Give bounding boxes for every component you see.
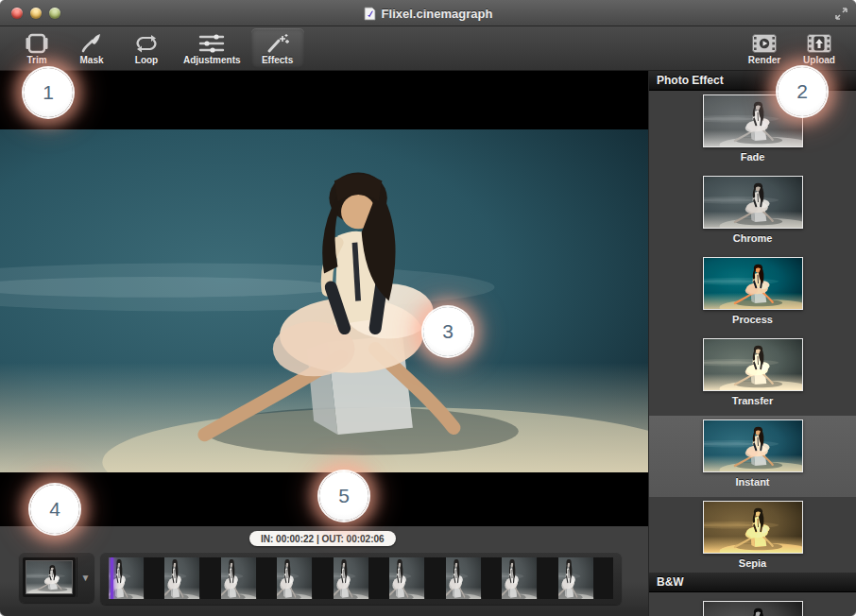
effect-bw-partial[interactable]: [649, 592, 856, 616]
filmstrip-frame: [277, 557, 332, 599]
effect-process-label: Process: [732, 314, 773, 325]
tool-trim-label: Trim: [26, 55, 46, 65]
tool-loop[interactable]: Loop: [120, 28, 173, 68]
timeline-strip[interactable]: [100, 552, 622, 605]
callout-5: 5: [319, 471, 368, 521]
playhead[interactable]: [111, 557, 113, 599]
callout-4: 4: [30, 485, 79, 534]
effects-sidebar: Photo Effect Fade Chrome Process Transfe…: [648, 71, 856, 616]
upload-film-icon: [807, 32, 831, 54]
timeline-panel: IN: 00:00:22 | OUT: 00:02:06 ▼: [0, 526, 648, 616]
render-button[interactable]: Render: [738, 28, 791, 68]
tool-mask-label: Mask: [79, 55, 103, 65]
chevron-down-icon[interactable]: ▼: [77, 557, 94, 597]
upload-button[interactable]: Upload: [793, 28, 846, 68]
trim-icon: [25, 32, 49, 54]
document-icon: [364, 7, 376, 21]
window-title: Flixel.cinemagraph: [382, 7, 493, 21]
filmstrip-frame: [446, 557, 501, 599]
effect-chrome[interactable]: Chrome: [649, 172, 856, 253]
render-label: Render: [748, 55, 780, 65]
callout-2: 2: [778, 67, 827, 116]
title-bar: Flixel.cinemagraph: [0, 0, 856, 26]
tool-mask[interactable]: Mask: [65, 28, 118, 68]
effect-transfer[interactable]: Transfer: [649, 334, 856, 416]
tool-loop-label: Loop: [135, 55, 158, 65]
effect-process-thumbnail: [703, 257, 803, 310]
main-photo[interactable]: [0, 129, 648, 472]
filmstrip-frame: [502, 557, 556, 599]
clip-preview[interactable]: ▼: [19, 552, 94, 603]
effect-sepia[interactable]: Sepia: [649, 497, 856, 573]
tool-adjustments-label: Adjustments: [183, 55, 241, 65]
brush-icon: [80, 32, 103, 54]
toolbar-spacer: [305, 26, 737, 70]
effect-instant-thumbnail: [703, 419, 803, 472]
effect-process[interactable]: Process: [649, 253, 856, 334]
filmstrip-frame: [164, 557, 219, 599]
toolbar: Trim Mask Loop: [0, 26, 856, 71]
tool-adjustments[interactable]: Adjustments: [175, 28, 249, 68]
video-viewer: [0, 71, 648, 526]
effect-transfer-label: Transfer: [732, 395, 773, 406]
effect-fade-label: Fade: [741, 151, 765, 163]
filmstrip-frame: [334, 557, 388, 599]
effect-transfer-thumbnail: [703, 338, 803, 391]
effect-bw-thumbnail: [703, 601, 803, 616]
effect-chrome-thumbnail: [703, 176, 803, 229]
filmstrip-frame: [221, 557, 276, 599]
effect-sepia-label: Sepia: [739, 557, 766, 569]
section-header-bw: B&W: [649, 573, 856, 592]
app-window: Flixel.cinemagraph Trim: [0, 0, 856, 616]
effect-fade[interactable]: Fade: [649, 91, 856, 172]
effect-instant-label: Instant: [735, 476, 769, 488]
loop-icon: [133, 32, 160, 54]
clip-preview-thumbnail: [23, 557, 76, 597]
filmstrip-frame: [109, 557, 163, 599]
upload-label: Upload: [803, 55, 835, 65]
tool-trim[interactable]: Trim: [10, 28, 63, 68]
effect-sepia-thumbnail: [703, 501, 803, 554]
callout-1: 1: [24, 68, 73, 117]
fullscreen-icon[interactable]: [834, 7, 848, 21]
render-film-icon: [752, 32, 777, 54]
callout-3: 3: [423, 307, 472, 356]
effect-chrome-label: Chrome: [733, 232, 773, 244]
filmstrip-frame: [558, 557, 613, 599]
filmstrip[interactable]: [109, 557, 613, 599]
tool-effects-label: Effects: [262, 55, 293, 65]
filmstrip-frame: [389, 557, 444, 599]
in-out-badge: IN: 00:00:22 | OUT: 00:02:06: [249, 531, 396, 546]
sliders-icon: [198, 32, 225, 54]
effect-instant[interactable]: Instant: [649, 416, 856, 497]
window-title-area: Flixel.cinemagraph: [0, 0, 856, 26]
tool-effects[interactable]: Effects: [251, 28, 304, 68]
magic-wand-icon: [265, 32, 290, 54]
